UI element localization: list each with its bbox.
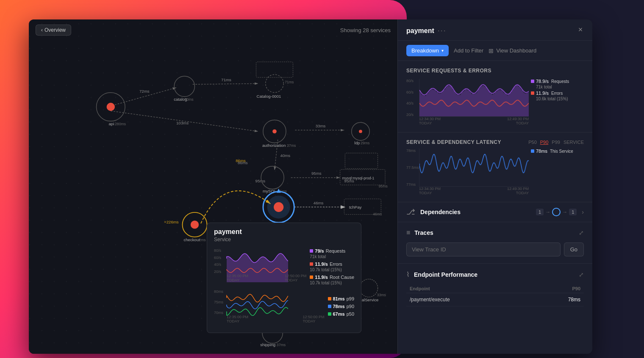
share-icon: ⎇ [406, 207, 415, 217]
svg-text:71ms: 71ms [285, 80, 294, 84]
svg-text:29ms: 29ms [361, 141, 370, 145]
requests-time-end: 12:49:30 PM TODAY [507, 117, 529, 125]
service-dot [531, 149, 534, 153]
err-total: 10.6k total (15%) [536, 96, 584, 101]
view-dashboard-button[interactable]: ⊞ View Dashboard [489, 47, 536, 54]
svg-text:95ms: 95ms [255, 179, 266, 183]
svg-text:72ms: 72ms [139, 89, 150, 94]
back-button[interactable]: ‹ Overview [36, 25, 71, 36]
panel-dots-icon[interactable]: ··· [438, 26, 447, 35]
tab-p99[interactable]: P99 [552, 140, 560, 145]
svg-text:95ms: 95ms [379, 184, 388, 188]
svg-point-38 [359, 130, 362, 133]
endpoint-expand-icon[interactable]: ⤢ [579, 271, 584, 278]
tooltip-chart1-area: 80/s 60/s 40/s 20/s 12:35:00 PM TODAY [214, 248, 354, 285]
svg-text:40ms: 40ms [280, 153, 291, 158]
dep-arrow-right: → [545, 209, 550, 215]
dependencies-section: ⎇ Dependencies 1 → → 1 › [398, 202, 592, 222]
col-p90: P90 [532, 284, 584, 293]
tooltip-chart1-time-end: 12:50:00 PM TODAY [285, 274, 306, 282]
endpoint-p90-val: 78ms [532, 293, 584, 306]
svg-text:checkout: checkout [183, 237, 200, 242]
req-val: 78.9/s [536, 79, 549, 84]
tooltip-chart1-legend: 79/s Requests 71k total 11.9/s Errors 10… [310, 248, 354, 285]
node-tooltip: payment Service 80/s 60/s 40/s 20/s [207, 223, 361, 333]
tooltip-chart2-time-start: 12:35:00 PM TODAY [227, 315, 248, 323]
endpoint-title: Endpoint Performance [414, 271, 477, 278]
endpoint-performance-section: ⌇ Endpoint Performance ⤢ Endpoint P90 /p… [398, 264, 592, 354]
requests-time-start: 12:34:30 PM TODAY [419, 117, 441, 125]
svg-text:ldp: ldp [355, 140, 360, 145]
tooltip-subtitle: Service [214, 237, 354, 242]
svg-text:37ms: 37ms [277, 343, 286, 347]
requests-y-labels: 80/s 60/s 40/s 20/s [406, 79, 419, 117]
service-label: This Service [550, 149, 573, 154]
dep-flow: 1 → → 1 [536, 208, 577, 216]
latency-y-labels: 78ms 77.5ms 77ms [406, 149, 419, 187]
dependencies-title: Dependencies [420, 209, 461, 215]
traces-header: ≡ Traces ⤢ [406, 229, 584, 237]
trace-input-row: Go [406, 242, 584, 256]
table-header-row: Endpoint P90 [406, 284, 584, 293]
svg-text:33ms: 33ms [377, 293, 386, 297]
svg-text:shipping: shipping [260, 342, 275, 347]
tooltip-chart2-legend: 81ms p99 78ms p90 67ms p50 [328, 289, 355, 323]
rootcause-dot [310, 275, 313, 279]
svg-text:71ms: 71ms [221, 77, 231, 82]
trace-id-input[interactable] [406, 242, 561, 256]
breakdown-chevron-icon: ▾ [441, 48, 444, 53]
req-dot [531, 80, 534, 83]
p90-dot [328, 305, 331, 308]
tooltip-chart2-area: 80ms 75ms 70ms 12:35:00 PM TODAY 12:50:0 [214, 289, 354, 323]
service-map-panel: ‹ Overview Showing 28 services 72ms 71ms [29, 19, 397, 354]
latency-time-start: 12:34:30 PM TODAY [419, 187, 441, 195]
tab-p90[interactable]: P90 [540, 140, 549, 145]
top-bar: ‹ Overview Showing 28 services [29, 19, 397, 41]
back-chevron-icon: ‹ [41, 27, 43, 33]
tab-p50[interactable]: P50 [528, 140, 537, 145]
latency-legend: 78ms This Service [531, 149, 584, 154]
legend-this-service: 78ms This Service [531, 149, 584, 154]
breakdown-label: Breakdown [411, 47, 439, 54]
requests-chart-container: 80/s 60/s 40/s 20/s 12:34:30 PM TODAY 12… [406, 79, 584, 125]
err-label: Errors [551, 91, 563, 96]
go-button[interactable]: Go [564, 242, 584, 256]
tooltip-chart2-time-end: 12:50:00 PM TODAY [303, 315, 324, 323]
service-latency-val: 78ms [536, 149, 547, 154]
svg-text:Catalog-0001: Catalog-0001 [256, 94, 281, 99]
col-endpoint: Endpoint [406, 284, 532, 293]
svg-point-24 [107, 103, 115, 111]
requests-legend: 78.9/s Requests 71k total 11.9/s Errors … [531, 79, 584, 101]
breakdown-button[interactable]: Breakdown ▾ [406, 45, 449, 56]
dep-from-count: 1 [536, 209, 544, 215]
svg-text:api: api [109, 121, 114, 126]
endpoint-table: Endpoint P90 /payment/execute 78ms [406, 284, 584, 306]
traces-title: Traces [414, 229, 433, 236]
tooltip-header: payment Service [207, 223, 361, 245]
close-button[interactable]: × [575, 25, 586, 35]
latency-section: Service & Dependency Latency P50 P90 P99… [398, 132, 592, 202]
svg-text:mysql:mysql-prod-1: mysql:mysql-prod-1 [342, 176, 375, 180]
svg-text:2ms: 2ms [199, 238, 206, 242]
panel-header: payment ··· × [398, 19, 592, 41]
legend-requests: 78.9/s Requests [531, 79, 584, 84]
latency-header: Service & Dependency Latency P50 P90 P99… [406, 139, 584, 145]
tab-service[interactable]: SERVICE [564, 140, 584, 145]
svg-text:46ms: 46ms [314, 201, 324, 205]
latency-chart-area [419, 149, 529, 187]
traces-expand-icon[interactable]: ⤢ [579, 229, 584, 236]
legend-row-errors: 11.9/s Errors [310, 262, 354, 267]
endpoint-table-body: /payment/execute 78ms [406, 293, 584, 306]
req-total: 71k total [536, 85, 584, 89]
dep-expand-icon[interactable]: › [582, 209, 584, 215]
main-window: ‹ Overview Showing 28 services 72ms 71ms [29, 19, 592, 354]
svg-point-34 [272, 129, 277, 134]
add-to-filter-button[interactable]: Add to Filter [454, 47, 483, 54]
svg-text:tchPay: tchPay [349, 205, 362, 209]
tooltip-chart2-graph: 80ms 75ms 70ms 12:35:00 PM TODAY 12:50:0 [214, 289, 325, 323]
requests-section-title: Service Requests & Errors [406, 68, 584, 74]
req-label: Requests [551, 79, 569, 84]
err-dot [531, 91, 534, 95]
svg-text:+226ms: +226ms [164, 220, 179, 224]
latency-time-axis: 12:34:30 PM TODAY 12:49:30 PM TODAY [419, 187, 529, 195]
